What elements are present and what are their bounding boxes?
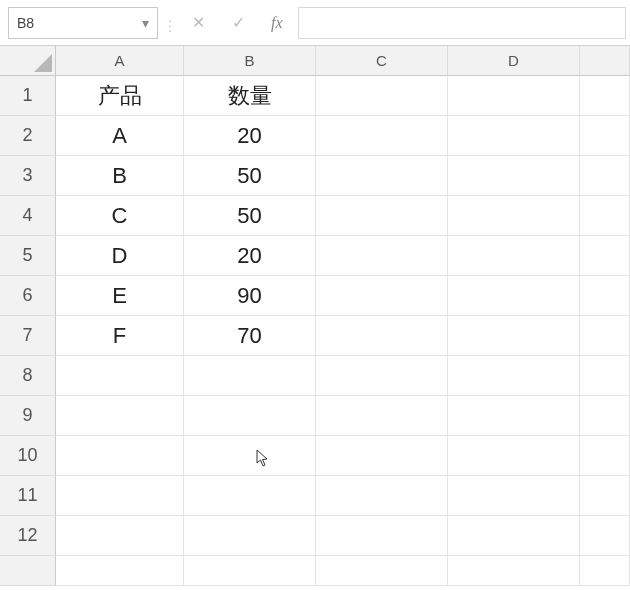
cell-C3[interactable] (316, 156, 448, 196)
cell-B5[interactable]: 20 (184, 236, 316, 276)
cell-E6[interactable] (580, 276, 630, 316)
row-header-12[interactable]: 12 (0, 516, 56, 556)
cell-E13[interactable] (580, 556, 630, 586)
cell-E1[interactable] (580, 76, 630, 116)
row-header-3[interactable]: 3 (0, 156, 56, 196)
cell-C6[interactable] (316, 276, 448, 316)
cell-C8[interactable] (316, 356, 448, 396)
cell-D4[interactable] (448, 196, 580, 236)
cell-C2[interactable] (316, 116, 448, 156)
name-box-value: B8 (17, 15, 34, 31)
grid-rows: 1 产品 数量 2 A 20 3 B 50 4 C 50 (0, 76, 630, 586)
row-9: 9 (0, 396, 630, 436)
row-header-9[interactable]: 9 (0, 396, 56, 436)
row-11: 11 (0, 476, 630, 516)
cell-A1[interactable]: 产品 (56, 76, 184, 116)
drag-handle-icon[interactable]: ··· (164, 16, 176, 30)
cell-E9[interactable] (580, 396, 630, 436)
cell-D6[interactable] (448, 276, 580, 316)
row-12: 12 (0, 516, 630, 556)
row-header-11[interactable]: 11 (0, 476, 56, 516)
cell-D9[interactable] (448, 396, 580, 436)
cell-A3[interactable]: B (56, 156, 184, 196)
cell-A9[interactable] (56, 396, 184, 436)
col-header-D[interactable]: D (448, 46, 580, 76)
row-header-8[interactable]: 8 (0, 356, 56, 396)
cell-E12[interactable] (580, 516, 630, 556)
cell-C9[interactable] (316, 396, 448, 436)
insert-function-button[interactable]: fx (262, 14, 292, 32)
cell-E8[interactable] (580, 356, 630, 396)
row-header-4[interactable]: 4 (0, 196, 56, 236)
cell-D7[interactable] (448, 316, 580, 356)
cell-E11[interactable] (580, 476, 630, 516)
col-header-B[interactable]: B (184, 46, 316, 76)
cell-A4[interactable]: C (56, 196, 184, 236)
cell-D11[interactable] (448, 476, 580, 516)
cell-B7[interactable]: 70 (184, 316, 316, 356)
name-box[interactable]: B8 ▾ (8, 7, 158, 39)
select-all-corner[interactable] (0, 46, 56, 76)
cell-A12[interactable] (56, 516, 184, 556)
cancel-formula-button[interactable]: ✕ (182, 7, 216, 39)
cell-B12[interactable] (184, 516, 316, 556)
col-header-C[interactable]: C (316, 46, 448, 76)
cell-B3[interactable]: 50 (184, 156, 316, 196)
col-header-extra[interactable] (580, 46, 630, 76)
cell-E2[interactable] (580, 116, 630, 156)
cell-A10[interactable] (56, 436, 184, 476)
row-7: 7 F 70 (0, 316, 630, 356)
cell-D8[interactable] (448, 356, 580, 396)
cell-B13[interactable] (184, 556, 316, 586)
row-header-6[interactable]: 6 (0, 276, 56, 316)
cell-E7[interactable] (580, 316, 630, 356)
col-header-A[interactable]: A (56, 46, 184, 76)
row-8: 8 (0, 356, 630, 396)
cell-D5[interactable] (448, 236, 580, 276)
row-6: 6 E 90 (0, 276, 630, 316)
cell-E5[interactable] (580, 236, 630, 276)
cell-C12[interactable] (316, 516, 448, 556)
accept-formula-button[interactable]: ✓ (222, 7, 256, 39)
row-header-10[interactable]: 10 (0, 436, 56, 476)
cell-B8[interactable] (184, 356, 316, 396)
cell-B10[interactable] (184, 436, 316, 476)
cell-D1[interactable] (448, 76, 580, 116)
formula-input[interactable] (298, 7, 626, 39)
row-header-7[interactable]: 7 (0, 316, 56, 356)
cell-B9[interactable] (184, 396, 316, 436)
row-header-1[interactable]: 1 (0, 76, 56, 116)
cell-A13[interactable] (56, 556, 184, 586)
cell-B2[interactable]: 20 (184, 116, 316, 156)
cell-C11[interactable] (316, 476, 448, 516)
chevron-down-icon[interactable]: ▾ (142, 15, 149, 31)
cell-C4[interactable] (316, 196, 448, 236)
cell-C7[interactable] (316, 316, 448, 356)
cell-B6[interactable]: 90 (184, 276, 316, 316)
row-header-5[interactable]: 5 (0, 236, 56, 276)
cell-A2[interactable]: A (56, 116, 184, 156)
cell-D13[interactable] (448, 556, 580, 586)
cell-D3[interactable] (448, 156, 580, 196)
cell-C5[interactable] (316, 236, 448, 276)
cell-A6[interactable]: E (56, 276, 184, 316)
cell-B1[interactable]: 数量 (184, 76, 316, 116)
cell-B11[interactable] (184, 476, 316, 516)
row-header-13[interactable] (0, 556, 56, 586)
cell-D10[interactable] (448, 436, 580, 476)
cell-E10[interactable] (580, 436, 630, 476)
cell-A7[interactable]: F (56, 316, 184, 356)
cell-D2[interactable] (448, 116, 580, 156)
cell-A5[interactable]: D (56, 236, 184, 276)
cell-C1[interactable] (316, 76, 448, 116)
row-header-2[interactable]: 2 (0, 116, 56, 156)
cell-C13[interactable] (316, 556, 448, 586)
cell-E4[interactable] (580, 196, 630, 236)
column-headers: A B C D (0, 46, 630, 76)
cell-B4[interactable]: 50 (184, 196, 316, 236)
cell-D12[interactable] (448, 516, 580, 556)
cell-C10[interactable] (316, 436, 448, 476)
cell-A11[interactable] (56, 476, 184, 516)
cell-A8[interactable] (56, 356, 184, 396)
cell-E3[interactable] (580, 156, 630, 196)
